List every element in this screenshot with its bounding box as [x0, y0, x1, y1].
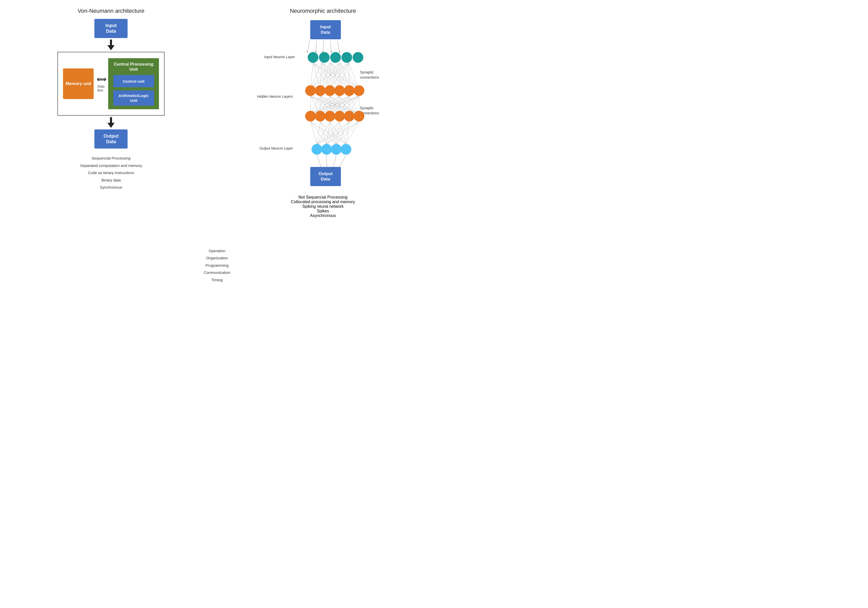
neural-diagram: InputData Input Neuron Layer Synaptic co… — [251, 19, 394, 208]
svg-line-89 — [327, 121, 349, 144]
svg-line-83 — [330, 121, 346, 144]
svg-line-91 — [346, 121, 349, 144]
output-neuron-layer-label: Output Neuron Layer — [252, 146, 293, 151]
svg-line-24 — [310, 63, 340, 88]
svg-line-18 — [310, 63, 331, 88]
nm-label-1: Not Sequencial Processing — [251, 195, 394, 200]
neuron-hidden1-2 — [315, 85, 326, 96]
middle-labels: Operation Organization Programming Commu… — [204, 247, 230, 284]
von-neumann-outer-box: Memory unit ⟺ DataBus Central Processing… — [57, 52, 164, 116]
svg-line-29 — [340, 63, 359, 88]
svg-line-6 — [310, 63, 313, 88]
neuron-hidden2-6 — [353, 111, 364, 121]
svg-line-16 — [322, 63, 349, 88]
middle-label-3: Programming — [204, 262, 230, 269]
nm-label-4: Spikes — [251, 209, 394, 213]
svg-line-26 — [330, 63, 340, 88]
svg-line-54 — [310, 96, 339, 114]
vn-input-data-box: InputData — [95, 19, 127, 38]
neuromorphic-section: Neuromorphic architecture — [217, 5, 429, 299]
svg-line-35 — [349, 63, 359, 88]
memory-unit-label: Memory unit — [65, 81, 91, 87]
svg-line-94 — [336, 121, 359, 144]
svg-line-61 — [320, 96, 349, 114]
vn-output-data-box: OutputData — [95, 129, 127, 149]
svg-line-21 — [331, 63, 339, 88]
neuron-hidden1-1 — [305, 85, 316, 96]
svg-line-33 — [339, 63, 349, 88]
svg-line-7 — [313, 63, 320, 88]
svg-line-95 — [346, 121, 359, 144]
svg-line-74 — [310, 121, 336, 144]
svg-line-85 — [327, 121, 339, 144]
neuron-input-5 — [353, 52, 363, 63]
svg-line-79 — [320, 121, 346, 144]
svg-line-20 — [330, 63, 331, 88]
svg-line-32 — [330, 63, 349, 88]
nd-input-data-label: InputData — [320, 25, 331, 35]
svg-line-86 — [336, 121, 339, 144]
vn-output-data-label: OutputData — [104, 133, 119, 144]
von-neumann-title: Von-Neumann architecture — [78, 8, 144, 14]
arrowhead-2 — [107, 123, 115, 128]
neuron-hidden1-6 — [353, 85, 364, 96]
neuron-output-4 — [341, 144, 351, 155]
alu-label: Arithmetic/LogicUnit — [119, 93, 149, 103]
svg-line-88 — [317, 121, 349, 144]
middle-label-4: Communication — [204, 269, 230, 276]
svg-line-34 — [349, 63, 349, 88]
cpu-title: Central Processing Unit — [112, 62, 155, 72]
svg-line-92 — [317, 121, 359, 144]
svg-line-53 — [330, 96, 359, 114]
synaptic-label-1: Synaptic connections — [360, 70, 393, 80]
svg-line-9 — [313, 63, 339, 88]
nd-input-data-box: InputData — [310, 20, 341, 39]
svg-line-28 — [340, 63, 349, 88]
svg-line-84 — [317, 121, 339, 144]
neuron-input-4 — [341, 52, 352, 63]
neuron-hidden1-4 — [334, 85, 345, 96]
neuron-input-3 — [330, 52, 341, 63]
svg-line-27 — [339, 63, 340, 88]
arrow-to-outer — [107, 40, 115, 50]
double-arrow-icon: ⟺ — [97, 76, 105, 84]
svg-line-25 — [320, 63, 340, 88]
svg-line-4 — [330, 40, 331, 52]
svg-line-81 — [327, 121, 330, 144]
vn-label-3: Code as binary instructions — [80, 169, 142, 177]
arrow-stem-2 — [110, 117, 112, 123]
svg-line-75 — [310, 121, 346, 144]
neuron-input-1 — [308, 52, 318, 63]
data-bus-container: ⟺ DataBus — [97, 76, 105, 92]
svg-line-5 — [337, 40, 339, 52]
svg-line-23 — [331, 63, 359, 88]
neuron-hidden1-3 — [324, 85, 335, 96]
vn-label-1: Sequencial Processing — [80, 155, 142, 162]
svg-line-1 — [307, 40, 310, 52]
neuron-hidden2-3 — [324, 111, 335, 121]
svg-line-14 — [322, 63, 330, 88]
control-unit-label: Control unit — [123, 79, 144, 84]
hidden-neuron-layer-label: Hidden Neuron Layers — [252, 94, 293, 99]
svg-line-2 — [316, 40, 317, 52]
svg-line-8 — [313, 63, 330, 88]
svg-line-77 — [320, 121, 327, 144]
svg-line-80 — [317, 121, 330, 144]
svg-line-17 — [322, 63, 359, 88]
svg-line-90 — [336, 121, 349, 144]
arrow-stem-1 — [110, 40, 112, 45]
nd-output-data-label: OutputData — [318, 171, 333, 182]
neuron-hidden2-1 — [305, 111, 316, 121]
neuron-hidden2-2 — [315, 111, 326, 121]
svg-line-11 — [313, 63, 359, 88]
nm-label-3: Spiking neural network — [251, 204, 394, 209]
arrow-to-output — [107, 117, 115, 128]
svg-line-22 — [331, 63, 349, 88]
svg-line-76 — [317, 121, 320, 144]
svg-line-30 — [310, 63, 349, 88]
cpu-box: Central Processing Unit Control unit Ari… — [108, 58, 159, 109]
control-unit-box: Control unit — [113, 75, 154, 87]
neuron-input-2 — [319, 52, 330, 63]
neuron-hidden1-5 — [344, 85, 355, 96]
vn-label-5: Synchronous — [80, 184, 142, 191]
